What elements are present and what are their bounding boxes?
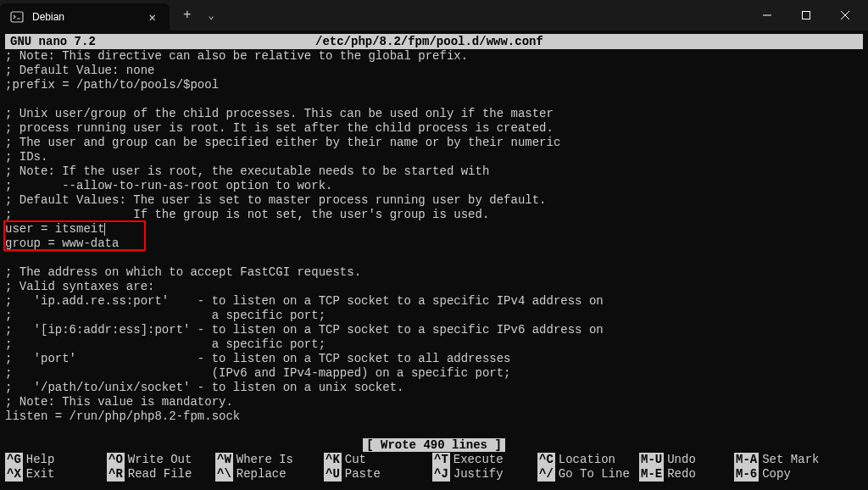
shortcut-key: M-A [734, 453, 759, 467]
shortcut-key: ^\ [215, 467, 233, 482]
editor-line: ; Default Values: The user is set to mas… [5, 193, 863, 208]
shortcut-item[interactable]: ^GHelp [5, 453, 107, 467]
shortcut-label: Justify [450, 467, 504, 482]
editor-line: ; IDs. [5, 150, 863, 164]
shortcut-item[interactable]: M-ERedo [639, 467, 734, 482]
shortcut-item[interactable]: ^\Replace [215, 467, 324, 482]
shortcut-key: ^X [5, 467, 23, 482]
shortcut-item[interactable]: ^JJustify [432, 467, 537, 482]
shortcut-key: ^R [107, 467, 125, 482]
shortcut-bar: ^GHelp^OWrite Out^WWhere Is^KCut^TExecut… [0, 453, 868, 482]
editor-line [5, 251, 863, 265]
shortcut-key: ^J [432, 467, 450, 482]
nano-header: GNU nano 7.2 /etc/php/8.2/fpm/pool.d/www… [5, 34, 863, 49]
editor-line: listen = /run/php/php8.2-fpm.sock [5, 409, 863, 424]
editor-line: ; Unix user/group of the child processes… [5, 107, 863, 121]
shortcut-item[interactable]: ^OWrite Out [107, 453, 215, 467]
shortcut-label: Help [23, 453, 55, 467]
editor-line: ; If the group is not set, the user's gr… [5, 208, 863, 222]
shortcut-label: Exit [23, 467, 55, 482]
shortcut-item[interactable]: ^RRead File [107, 467, 215, 482]
shortcut-label: Write Out [125, 453, 192, 467]
editor-line: ; Default Value: none [5, 64, 863, 78]
editor-line: ; The user and group can be specified ei… [5, 136, 863, 150]
shortcut-key: M-E [639, 467, 664, 482]
editor-line: ; The address on which to accept FastCGI… [5, 265, 863, 280]
shortcut-item[interactable]: ^/Go To Line [537, 467, 639, 482]
maximize-button[interactable] [787, 2, 826, 29]
editor-line [5, 92, 863, 107]
shortcut-key: ^W [215, 453, 233, 467]
window-controls [748, 2, 865, 29]
editor-line [5, 424, 863, 438]
shortcut-item[interactable]: M-UUndo [639, 453, 734, 467]
titlebar: Debian ✕ + ⌄ [0, 0, 868, 31]
shortcut-label: Where Is [233, 453, 293, 467]
shortcut-item[interactable]: ^XExit [5, 467, 107, 482]
editor-line: ; (IPv6 and IPv4-mapped) on a specific p… [5, 366, 863, 381]
shortcut-key: M-U [639, 453, 664, 467]
shortcut-label: Read File [125, 467, 192, 482]
editor-line: ; '/path/to/unix/socket' - to listen on … [5, 381, 863, 395]
shortcut-key: M-6 [734, 467, 759, 482]
shortcut-item[interactable]: M-6Copy [734, 467, 836, 482]
shortcut-label: Execute [450, 453, 504, 467]
shortcut-item[interactable]: ^TExecute [432, 453, 537, 467]
shortcut-key: ^K [324, 453, 342, 467]
editor-line: ; Note: This directive can also be relat… [5, 49, 863, 64]
editor-line: ; a specific port; [5, 309, 863, 323]
editor-line: group = www-data [5, 237, 863, 251]
shortcut-label: Undo [664, 453, 696, 467]
shortcut-label: Location [555, 453, 615, 467]
close-icon[interactable]: ✕ [144, 8, 161, 26]
shortcut-item[interactable]: ^UPaste [324, 467, 432, 482]
editor-line: ;prefix = /path/to/pools/$pool [5, 78, 863, 92]
editor-line: ; a specific port; [5, 337, 863, 352]
editor-line: ; Note: If the user is root, the executa… [5, 164, 863, 179]
shortcut-label: Redo [664, 467, 696, 482]
editor-content[interactable]: ; Note: This directive can also be relat… [0, 49, 868, 438]
nano-file-path: /etc/php/8.2/fpm/pool.d/www.conf [315, 34, 858, 49]
editor-line: ; '[ip:6:addr:ess]:port' - to listen on … [5, 323, 863, 337]
shortcut-label: Copy [759, 467, 791, 482]
editor-line: user = itsmeit [5, 222, 863, 237]
shortcut-item[interactable]: ^KCut [324, 453, 432, 467]
editor-line: ; Valid syntaxes are: [5, 280, 863, 294]
shortcut-label: Cut [342, 453, 366, 467]
status-line: [ Wrote 490 lines ] [0, 438, 868, 453]
shortcut-label: Replace [233, 467, 287, 482]
tab-debian[interactable]: Debian ✕ [0, 3, 170, 31]
shortcut-label: Set Mark [759, 453, 819, 467]
shortcut-key: ^C [537, 453, 555, 467]
svg-rect-0 [11, 12, 23, 22]
tab-dropdown-button[interactable]: ⌄ [202, 6, 221, 25]
shortcut-key: ^O [107, 453, 125, 467]
editor-line: ; --allow-to-run-as-root option to work. [5, 179, 863, 193]
editor-line: ; 'ip.add.re.ss:port' - to listen on a T… [5, 294, 863, 309]
close-button[interactable] [826, 2, 865, 29]
nano-title: GNU nano 7.2 [10, 34, 315, 49]
shortcut-label: Go To Line [555, 467, 630, 482]
editor-line: ; Note: This value is mandatory. [5, 395, 863, 409]
svg-rect-2 [803, 12, 810, 19]
shortcut-key: ^/ [537, 467, 555, 482]
tab-actions: + ⌄ [170, 0, 221, 31]
shortcut-key: ^G [5, 453, 23, 467]
shortcut-item[interactable]: ^CLocation [537, 453, 639, 467]
shortcut-key: ^U [324, 467, 342, 482]
minimize-button[interactable] [748, 2, 787, 29]
status-text: [ Wrote 490 lines ] [363, 438, 505, 452]
shortcut-item[interactable]: ^WWhere Is [215, 453, 324, 467]
tab-title: Debian [32, 11, 136, 23]
editor-line: ; process running user is root. It is se… [5, 121, 863, 136]
terminal-icon [10, 10, 24, 24]
shortcut-item[interactable]: M-ASet Mark [734, 453, 836, 467]
new-tab-button[interactable]: + [176, 4, 198, 26]
shortcut-key: ^T [432, 453, 450, 467]
shortcut-label: Paste [342, 467, 381, 482]
editor-line: ; 'port' - to listen on a TCP socket to … [5, 352, 863, 366]
tab-area: Debian ✕ + ⌄ [0, 0, 221, 31]
